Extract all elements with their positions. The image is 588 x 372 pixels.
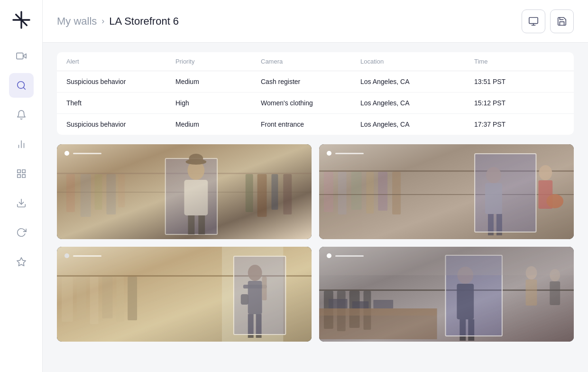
svg-rect-84 [526,279,537,306]
cell-time: 13:51 PST [474,78,564,85]
svg-rect-74 [319,316,437,339]
cell-location: Los Angeles, CA [360,121,474,128]
cell-camera: Women's clothing [261,99,360,107]
svg-rect-41 [378,172,387,211]
save-button[interactable] [550,9,574,33]
feed-line [335,153,364,154]
col-header-time: Time [474,58,564,65]
svg-rect-26 [246,174,253,212]
svg-rect-87 [319,247,574,275]
camera-feed-2[interactable] [319,144,574,239]
svg-rect-75 [329,299,348,308]
feed-dot [327,151,331,156]
cell-priority: Medium [175,121,261,128]
cell-time: 17:37 PST [474,121,564,128]
cell-priority: High [175,99,261,107]
svg-rect-42 [392,172,401,214]
breadcrumb-arrow: › [101,16,104,26]
svg-point-49 [539,165,552,180]
cell-camera: Cash register [261,78,360,85]
feed-line [73,255,101,257]
svg-rect-29 [283,174,292,214]
svg-rect-37 [324,172,333,212]
sidebar-item-search[interactable] [9,73,34,98]
svg-rect-3 [16,53,23,59]
feed-4-indicator [327,253,364,258]
layout-view-button[interactable] [522,9,545,33]
feed-line [335,255,364,257]
feed-line [73,153,101,154]
feed-dot [64,253,69,258]
sidebar-item-camera[interactable] [9,44,34,68]
cell-priority: Medium [175,78,261,85]
svg-rect-48 [475,154,536,232]
svg-rect-59 [128,277,137,320]
feed-1-indicator [64,151,101,156]
svg-rect-9 [17,170,20,173]
sidebar [0,0,43,372]
cell-alert: Suspicious behavior [66,78,175,85]
svg-rect-33 [198,215,205,234]
cell-alert: Theft [66,99,175,107]
camera-feed-4[interactable] [319,247,574,342]
table-row[interactable]: Theft High Women's clothing Los Angeles,… [57,93,574,114]
camera-feed-1[interactable] [57,144,312,239]
camera-grid [57,144,574,342]
table-row[interactable]: Suspicious behavior Medium Cash register… [57,71,574,93]
col-header-priority: Priority [175,58,261,65]
svg-rect-21 [81,174,91,217]
table-row[interactable]: Suspicious behavior Medium Front entranc… [57,114,574,135]
app-logo [11,9,32,30]
svg-rect-15 [529,17,538,23]
cell-time: 15:12 PST [474,99,564,107]
svg-rect-56 [90,277,99,324]
table-header: Alert Priority Camera Location Time [57,52,574,71]
svg-rect-31 [184,180,208,215]
svg-rect-12 [17,175,20,177]
svg-rect-40 [366,172,374,214]
sidebar-item-history[interactable] [9,220,34,245]
svg-rect-20 [66,174,75,212]
svg-rect-57 [102,277,112,318]
svg-point-51 [546,194,563,208]
col-header-camera: Camera [261,58,360,65]
svg-line-5 [23,87,25,89]
svg-rect-58 [116,277,124,322]
svg-rect-67 [234,256,285,335]
svg-rect-39 [351,172,362,210]
svg-rect-77 [373,300,393,308]
main-content: My walls › LA Storefront 6 [43,0,588,372]
svg-rect-10 [22,170,25,173]
svg-rect-38 [338,172,347,214]
content-area: Alert Priority Camera Location Time Susp… [43,43,588,372]
cell-location: Los Angeles, CA [360,99,474,107]
svg-rect-24 [118,174,125,207]
sidebar-item-analytics[interactable] [9,132,34,157]
svg-rect-76 [352,301,369,308]
breadcrumb: My walls › LA Storefront 6 [57,15,179,28]
sidebar-item-download[interactable] [9,191,34,215]
svg-marker-14 [17,258,25,266]
feed-dot [327,253,331,258]
svg-rect-27 [257,174,267,217]
svg-rect-32 [188,215,194,234]
svg-rect-86 [550,281,560,305]
svg-rect-55 [77,277,86,319]
svg-rect-11 [22,175,25,177]
cell-camera: Front entrance [261,121,360,128]
camera-feed-3[interactable] [57,247,312,342]
svg-rect-22 [95,174,102,210]
sidebar-item-grid[interactable] [9,161,34,186]
cell-location: Los Angeles, CA [360,78,474,85]
svg-rect-35 [189,154,203,163]
sidebar-item-alerts[interactable] [9,102,34,127]
feed-2-indicator [327,151,364,156]
header-actions [522,9,574,33]
alert-table: Alert Priority Camera Location Time Susp… [57,52,574,135]
sidebar-item-favorites[interactable] [9,250,34,274]
col-header-alert: Alert [66,58,175,65]
breadcrumb-current: LA Storefront 6 [109,15,179,28]
feed-dot [64,151,69,156]
header: My walls › LA Storefront 6 [43,0,588,43]
feed-3-indicator [64,253,101,258]
